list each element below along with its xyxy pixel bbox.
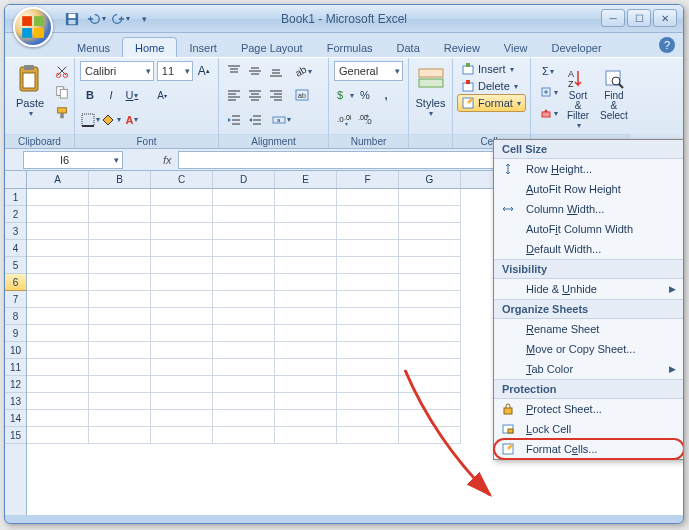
dd-autofit-row[interactable]: AutoFit Row Height [494,179,684,199]
row-header[interactable]: 5 [5,257,26,274]
cell[interactable] [151,274,213,291]
row-header[interactable]: 4 [5,240,26,257]
column-header[interactable]: A [27,171,89,188]
cell[interactable] [213,189,275,206]
decrease-decimal-icon[interactable]: .00.0 [355,110,375,130]
help-icon[interactable]: ? [659,37,675,53]
styles-button[interactable]: Styles▾ [414,61,447,120]
row-header[interactable]: 1 [5,189,26,206]
tab-developer[interactable]: Developer [540,38,614,57]
row-header[interactable]: 3 [5,223,26,240]
cell[interactable] [337,342,399,359]
cell[interactable] [213,342,275,359]
dd-row-height[interactable]: Row Height... [494,159,684,179]
cell[interactable] [27,206,89,223]
cell[interactable] [27,410,89,427]
dd-hide-unhide[interactable]: Hide & Unhide▶ [494,279,684,299]
cell[interactable] [27,427,89,444]
cell[interactable] [399,359,461,376]
clear-icon[interactable]: ▾ [536,103,560,123]
cell[interactable] [213,308,275,325]
cell[interactable] [89,206,151,223]
column-header[interactable]: G [399,171,461,188]
cell[interactable] [275,359,337,376]
dd-rename-sheet[interactable]: Rename Sheet [494,319,684,339]
sort-filter-button[interactable]: AZ Sort & Filter▾ [562,61,594,132]
cell[interactable] [27,325,89,342]
cell[interactable] [27,376,89,393]
maximize-button[interactable]: ☐ [627,9,651,27]
cell[interactable] [337,410,399,427]
column-header[interactable]: B [89,171,151,188]
cell[interactable] [27,189,89,206]
cell[interactable] [151,240,213,257]
name-box[interactable]: I6 [23,151,123,169]
dd-tab-color[interactable]: Tab Color▶ [494,359,684,379]
increase-decimal-icon[interactable]: .0.00 [334,110,354,130]
undo-icon[interactable]: ▾ [85,8,107,30]
column-header[interactable]: D [213,171,275,188]
cell[interactable] [27,291,89,308]
cell[interactable] [337,291,399,308]
cell[interactable] [399,274,461,291]
cell[interactable] [213,223,275,240]
cell[interactable] [275,376,337,393]
cell[interactable] [27,257,89,274]
cell[interactable] [399,291,461,308]
cell[interactable] [337,223,399,240]
find-select-button[interactable]: Find & Select [596,61,632,132]
font-color-button[interactable]: A▾ [122,110,142,130]
cell[interactable] [275,325,337,342]
cell[interactable] [399,257,461,274]
increase-indent-icon[interactable] [245,110,265,130]
underline-button[interactable]: U▾ [122,85,142,105]
row-header[interactable]: 2 [5,206,26,223]
qat-customize-icon[interactable]: ▾ [133,8,155,30]
cell[interactable] [213,291,275,308]
cell[interactable] [399,342,461,359]
cell[interactable] [213,206,275,223]
percent-format-icon[interactable]: % [355,85,375,105]
save-icon[interactable] [61,8,83,30]
row-header[interactable]: 12 [5,376,26,393]
merge-center-icon[interactable]: a▾ [271,110,291,130]
tab-data[interactable]: Data [385,38,432,57]
cell[interactable] [399,206,461,223]
cell[interactable] [399,376,461,393]
cell[interactable] [275,189,337,206]
column-header[interactable]: C [151,171,213,188]
cell[interactable] [213,393,275,410]
cell[interactable] [275,240,337,257]
align-right-icon[interactable] [266,85,286,105]
cell[interactable] [89,342,151,359]
tab-formulas[interactable]: Formulas [315,38,385,57]
tab-page-layout[interactable]: Page Layout [229,38,315,57]
cell[interactable] [27,240,89,257]
align-left-icon[interactable] [224,85,244,105]
decrease-indent-icon[interactable] [224,110,244,130]
font-name-combo[interactable]: Calibri [80,61,154,81]
autosum-icon[interactable]: Σ▾ [536,61,560,81]
cell[interactable] [213,376,275,393]
cell[interactable] [89,257,151,274]
row-header[interactable]: 9 [5,325,26,342]
cell[interactable] [151,376,213,393]
row-header[interactable]: 15 [5,427,26,444]
cell[interactable] [399,308,461,325]
cell[interactable] [151,206,213,223]
dd-format-cells[interactable]: Format Cells... [494,439,684,459]
row-header[interactable]: 10 [5,342,26,359]
cell[interactable] [275,410,337,427]
cell[interactable] [151,427,213,444]
cell[interactable] [151,223,213,240]
cell[interactable] [275,342,337,359]
cell[interactable] [89,427,151,444]
dd-lock-cell[interactable]: Lock Cell [494,419,684,439]
cell[interactable] [399,427,461,444]
cell[interactable] [275,274,337,291]
align-middle-icon[interactable] [245,61,265,81]
tab-review[interactable]: Review [432,38,492,57]
cell[interactable] [399,410,461,427]
cell[interactable] [89,189,151,206]
cell[interactable] [89,410,151,427]
